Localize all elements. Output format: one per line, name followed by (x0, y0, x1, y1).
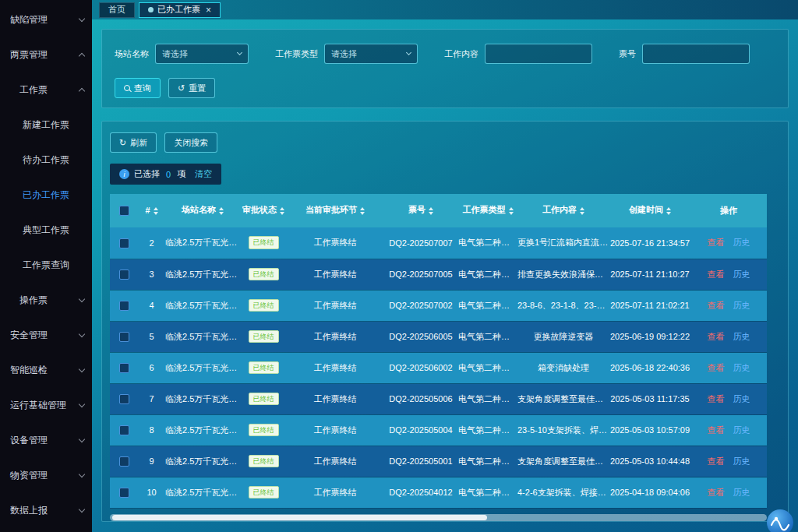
work-content-input[interactable] (485, 44, 592, 64)
sidebar-item-typical-work-ticket[interactable]: 典型工作票 (0, 213, 92, 248)
history-link[interactable]: 历史 (733, 363, 750, 372)
col-header-ticket-no[interactable]: 票号 (383, 194, 458, 227)
sort-icon[interactable] (219, 205, 224, 217)
row-index-cell: 7 (138, 383, 165, 414)
sort-icon[interactable] (666, 205, 671, 217)
tab-home[interactable]: 首页 (99, 2, 135, 18)
row-checkbox[interactable] (119, 301, 129, 311)
reset-button[interactable]: 重置 (168, 78, 215, 98)
sidebar-item-safety-mgmt[interactable]: 安全管理 (0, 318, 92, 353)
history-link[interactable]: 历史 (733, 270, 750, 279)
col-header-station[interactable]: 场站名称 (165, 194, 240, 227)
sidebar-item-defect-mgmt[interactable]: 缺陷管理 (0, 2, 92, 37)
query-button[interactable]: 查询 (115, 78, 161, 98)
actions-cell: 查看 历史 (690, 414, 767, 446)
sort-icon[interactable] (429, 205, 433, 217)
history-link[interactable]: 历史 (733, 332, 750, 341)
ticket-no-cell: DQ2-202505004 (383, 414, 458, 446)
create-time-cell: 2025-04-18 09:04:06 (609, 477, 690, 508)
sidebar-item-material-mgmt[interactable]: 物资管理 (0, 458, 92, 493)
sidebar-item-operation-basic-mgmt[interactable]: 运行基础管理 (0, 388, 92, 423)
row-checkbox[interactable] (119, 270, 129, 280)
chevron-down-icon (79, 16, 85, 22)
view-link[interactable]: 查看 (707, 456, 724, 466)
station-cell: 临洮2.5万千瓦光伏电... (165, 290, 240, 321)
clear-selection-link[interactable]: 清空 (195, 168, 212, 180)
ticket-no-input[interactable] (642, 44, 750, 64)
col-header-create-time[interactable]: 创建时间 (609, 194, 690, 227)
col-header-work-content[interactable]: 工作内容 (517, 194, 609, 227)
view-link[interactable]: 查看 (707, 363, 724, 372)
sidebar-item-data-report[interactable]: 数据上报 (0, 493, 92, 528)
row-checkbox[interactable] (119, 332, 129, 342)
station-select-value: 请选择 (162, 48, 188, 60)
ticket-no-cell: DQ2-202507005 (383, 259, 458, 290)
actions-cell: 查看 历史 (690, 290, 767, 321)
sidebar-item-work-ticket[interactable]: 工作票 (0, 72, 92, 107)
sidebar-item-smart-inspection[interactable]: 智能巡检 (0, 353, 92, 388)
history-link[interactable]: 历史 (733, 425, 750, 435)
row-checkbox[interactable] (119, 425, 129, 435)
reset-button-label: 重置 (189, 83, 206, 94)
status-badge: 已终结 (249, 486, 279, 499)
ticket-no-cell: DQ2-202506005 (383, 321, 458, 352)
col-header-index[interactable]: # (138, 194, 165, 227)
close-icon[interactable] (206, 5, 211, 15)
row-checkbox[interactable] (119, 456, 129, 467)
view-link[interactable]: 查看 (707, 425, 724, 435)
sort-icon[interactable] (580, 205, 584, 217)
sidebar-item-new-work-ticket[interactable]: 新建工作票 (0, 107, 92, 143)
step-cell: 工作票终结 (287, 227, 383, 259)
col-header-step[interactable]: 当前审批环节 (287, 194, 383, 227)
horizontal-scrollbar[interactable] (110, 514, 767, 521)
station-name-select[interactable]: 请选择 (155, 44, 249, 64)
close-search-button[interactable]: 关闭搜索 (164, 132, 217, 153)
col-header-status[interactable]: 审批状态 (240, 194, 287, 227)
sidebar-item-done-work-ticket[interactable]: 已办工作票 (0, 178, 92, 213)
app-logo[interactable] (766, 509, 794, 532)
table-toolbar: 刷新 关闭搜索 (110, 132, 780, 153)
sidebar-item-equipment-mgmt[interactable]: 设备管理 (0, 423, 92, 458)
history-link[interactable]: 历史 (733, 238, 750, 247)
sidebar-item-work-ticket-query[interactable]: 工作票查询 (0, 248, 92, 283)
scrollbar-thumb[interactable] (112, 515, 487, 520)
actions-cell: 查看 历史 (690, 446, 767, 477)
row-checkbox[interactable] (119, 488, 129, 498)
row-checkbox[interactable] (119, 238, 129, 248)
sidebar-item-two-ticket-mgmt[interactable]: 两票管理 (0, 37, 92, 72)
ticket-type-cell: 电气第二种工作票 (458, 290, 517, 321)
sort-icon[interactable] (360, 205, 365, 217)
row-checkbox[interactable] (119, 363, 129, 373)
tab-label: 已办工作票 (157, 4, 200, 16)
ticket-no-cell: DQ2-202506002 (383, 352, 458, 383)
row-check-cell (110, 259, 138, 290)
station-filter-group: 场站名称 请选择 (115, 44, 249, 64)
station-cell: 临洮2.5万千瓦光伏电... (165, 259, 240, 290)
row-checkbox[interactable] (119, 394, 129, 404)
history-link[interactable]: 历史 (733, 488, 750, 497)
view-link[interactable]: 查看 (707, 238, 724, 247)
view-link[interactable]: 查看 (707, 270, 724, 279)
view-link[interactable]: 查看 (707, 301, 724, 310)
sort-icon[interactable] (509, 205, 514, 217)
view-link[interactable]: 查看 (707, 332, 724, 341)
search-icon (124, 85, 130, 91)
row-check-cell (110, 321, 138, 352)
view-link[interactable]: 查看 (707, 394, 724, 403)
sidebar-item-operation-ticket[interactable]: 操作票 (0, 283, 92, 318)
refresh-button[interactable]: 刷新 (110, 132, 157, 153)
sort-icon[interactable] (154, 205, 158, 217)
col-header-ticket-type[interactable]: 工作票类型 (458, 194, 517, 227)
station-cell: 临洮2.5万千瓦光伏电... (165, 446, 240, 477)
sort-icon[interactable] (280, 205, 284, 217)
history-link[interactable]: 历史 (733, 394, 750, 403)
history-link[interactable]: 历史 (733, 456, 750, 466)
table-row: 7 临洮2.5万千瓦光伏电... 已终结 工作票终结 DQ2-202505006… (110, 383, 767, 414)
history-link[interactable]: 历史 (733, 301, 750, 310)
select-all-checkbox[interactable] (119, 206, 129, 216)
sidebar-item-pending-work-ticket[interactable]: 待办工作票 (0, 143, 92, 178)
view-link[interactable]: 查看 (707, 488, 724, 497)
work-content-cell: 箱变消缺处理 (517, 352, 609, 383)
ticket-type-select[interactable]: 请选择 (324, 44, 418, 64)
tab-done-work-ticket[interactable]: 已办工作票 (139, 2, 221, 18)
